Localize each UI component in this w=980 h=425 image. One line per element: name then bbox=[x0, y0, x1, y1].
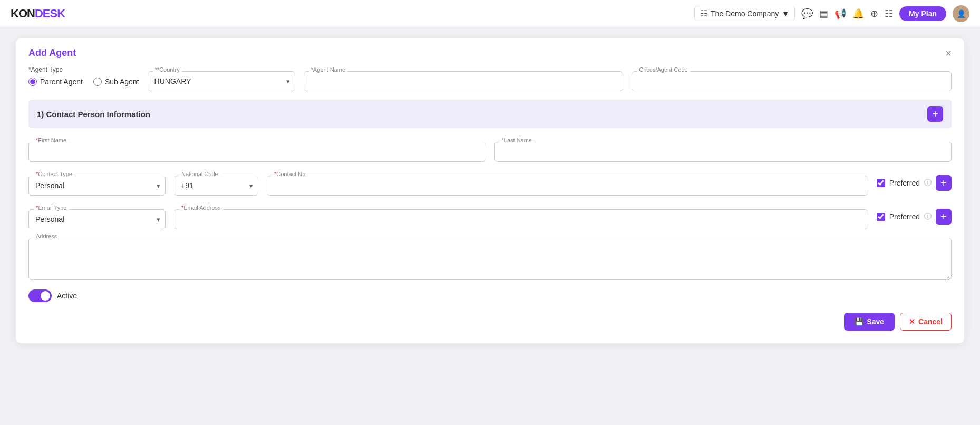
parent-agent-label: Parent Agent bbox=[40, 78, 83, 86]
agent-name-label: *Agent Name bbox=[309, 66, 347, 73]
cricos-field-group: Cricos/Agent Code bbox=[632, 71, 952, 91]
email-type-select-wrapper: Personal Work Other bbox=[28, 209, 166, 229]
sub-agent-option[interactable]: Sub Agent bbox=[93, 78, 139, 86]
email-preferred-label: Preferred bbox=[889, 213, 920, 221]
parent-agent-option[interactable]: Parent Agent bbox=[28, 78, 83, 86]
country-select-wrapper: HUNGARY INDIA USA UK AUSTRALIA bbox=[148, 71, 295, 91]
sub-agent-label: Sub Agent bbox=[105, 78, 139, 86]
cancel-icon: ✕ bbox=[909, 317, 915, 326]
contact-type-select-wrapper: Personal Work Other bbox=[28, 176, 166, 196]
grid-icon[interactable]: ☷ bbox=[885, 8, 893, 20]
email-address-input[interactable] bbox=[174, 209, 868, 229]
contact-person-section-header: 1) Contact Person Information + bbox=[28, 100, 952, 128]
name-row: *First Name *Last Name bbox=[28, 137, 952, 162]
contact-preferred-group: Preferred ⓘ + bbox=[877, 175, 952, 191]
cricos-input[interactable] bbox=[632, 71, 952, 91]
save-label: Save bbox=[867, 317, 884, 326]
last-name-field-group: *Last Name bbox=[494, 142, 952, 162]
email-preferred-group: Preferred ⓘ + bbox=[877, 209, 952, 225]
contact-no-label: *Contact No bbox=[272, 171, 307, 177]
agent-type-group: *Agent Type Parent Agent Sub Agent bbox=[28, 66, 139, 86]
active-label: Active bbox=[57, 292, 77, 300]
cancel-label: Cancel bbox=[918, 317, 943, 326]
megaphone-icon[interactable]: 📢 bbox=[835, 8, 846, 20]
email-address-label: *Email Address bbox=[179, 205, 223, 211]
email-address-field-group: *Email Address bbox=[174, 209, 868, 229]
building-icon: ☷ bbox=[700, 8, 707, 18]
contact-type-field-group: *Contact Type Personal Work Other bbox=[28, 176, 166, 196]
save-icon: 💾 bbox=[855, 317, 863, 326]
first-name-label: *First Name bbox=[34, 137, 69, 143]
last-name-label: *Last Name bbox=[500, 137, 534, 143]
agent-name-field-group: *Agent Name bbox=[304, 71, 624, 91]
modal-footer: 💾 Save ✕ Cancel bbox=[28, 313, 952, 331]
contact-no-input[interactable] bbox=[267, 176, 868, 196]
modal-body: *Agent Type Parent Agent Sub Agent bbox=[16, 66, 964, 343]
contact-type-label: *Contact Type bbox=[34, 171, 74, 177]
close-button[interactable]: × bbox=[945, 48, 952, 59]
country-field-group: **Country HUNGARY INDIA USA UK AUSTRALIA bbox=[148, 71, 295, 91]
cancel-button[interactable]: ✕ Cancel bbox=[900, 313, 952, 331]
email-type-label: *Email Type bbox=[34, 205, 69, 211]
monitor-icon[interactable]: ▤ bbox=[819, 8, 828, 20]
contact-preferred-label: Preferred bbox=[889, 179, 920, 187]
avatar[interactable]: 👤 bbox=[953, 5, 969, 22]
chevron-down-icon: ▼ bbox=[782, 9, 789, 18]
national-code-field-group: National Code +91 +36 +1 +44 +61 bbox=[174, 176, 258, 196]
contact-preferred-checkbox[interactable] bbox=[877, 179, 885, 187]
bell-icon[interactable]: 🔔 bbox=[852, 8, 864, 20]
save-button[interactable]: 💾 Save bbox=[844, 313, 895, 331]
contact-type-select[interactable]: Personal Work Other bbox=[28, 176, 166, 196]
logo-desk: DESK bbox=[35, 7, 65, 21]
first-name-input[interactable] bbox=[28, 142, 486, 162]
email-preferred-checkbox[interactable] bbox=[877, 213, 885, 221]
agent-type-label: *Agent Type bbox=[28, 66, 139, 73]
contact-no-field-group: *Contact No bbox=[267, 176, 868, 196]
top-nav: KONDESK ☷ The Demo Company ▼ 💬 ▤ 📢 🔔 ⊕ ☷… bbox=[0, 0, 980, 27]
first-name-field-group: *First Name bbox=[28, 142, 486, 162]
preferred-info-icon: ⓘ bbox=[924, 178, 932, 188]
add-contact-button[interactable]: + bbox=[927, 106, 943, 122]
email-preferred-info-icon: ⓘ bbox=[924, 212, 932, 221]
modal-title: Add Agent bbox=[28, 47, 76, 59]
agent-name-input[interactable] bbox=[304, 71, 624, 91]
modal-header: Add Agent × bbox=[16, 38, 964, 66]
company-selector[interactable]: ☷ The Demo Company ▼ bbox=[694, 6, 795, 21]
active-toggle-row: Active bbox=[28, 289, 952, 302]
my-plan-button[interactable]: My Plan bbox=[899, 6, 946, 21]
national-code-label: National Code bbox=[179, 171, 220, 177]
company-name: The Demo Company bbox=[711, 9, 779, 18]
address-label: Address bbox=[34, 233, 59, 239]
nav-right: ☷ The Demo Company ▼ 💬 ▤ 📢 🔔 ⊕ ☷ My Plan… bbox=[694, 5, 969, 22]
email-type-select[interactable]: Personal Work Other bbox=[28, 209, 166, 229]
country-select[interactable]: HUNGARY INDIA USA UK AUSTRALIA bbox=[148, 71, 295, 91]
logo-kon: KON bbox=[11, 7, 35, 21]
section1-title: 1) Contact Person Information bbox=[37, 110, 150, 119]
form-row-1: *Agent Type Parent Agent Sub Agent bbox=[28, 66, 952, 91]
last-name-input[interactable] bbox=[494, 142, 952, 162]
plus-circle-icon[interactable]: ⊕ bbox=[870, 8, 878, 20]
address-textarea[interactable] bbox=[28, 238, 952, 280]
logo: KONDESK bbox=[11, 7, 65, 21]
main-content: Add Agent × *Agent Type Parent Agent bbox=[0, 27, 980, 354]
active-toggle[interactable] bbox=[28, 289, 52, 302]
parent-agent-radio[interactable] bbox=[28, 78, 37, 86]
add-email-button[interactable]: + bbox=[936, 209, 952, 225]
country-label: **Country bbox=[153, 66, 182, 73]
national-code-select[interactable]: +91 +36 +1 +44 +61 bbox=[174, 176, 258, 196]
address-field-group: Address bbox=[28, 238, 952, 282]
agent-type-radio-row: Parent Agent Sub Agent bbox=[28, 78, 139, 86]
cricos-label: Cricos/Agent Code bbox=[637, 66, 690, 73]
add-contact-number-button[interactable]: + bbox=[936, 175, 952, 191]
chat-icon[interactable]: 💬 bbox=[801, 8, 813, 20]
sub-agent-radio[interactable] bbox=[93, 78, 102, 86]
email-type-field-group: *Email Type Personal Work Other bbox=[28, 209, 166, 229]
add-agent-modal: Add Agent × *Agent Type Parent Agent bbox=[16, 38, 964, 343]
national-code-select-wrapper: +91 +36 +1 +44 +61 bbox=[174, 176, 258, 196]
email-row: *Email Type Personal Work Other *Email A… bbox=[28, 204, 952, 229]
contact-row: *Contact Type Personal Work Other Nation… bbox=[28, 170, 952, 196]
